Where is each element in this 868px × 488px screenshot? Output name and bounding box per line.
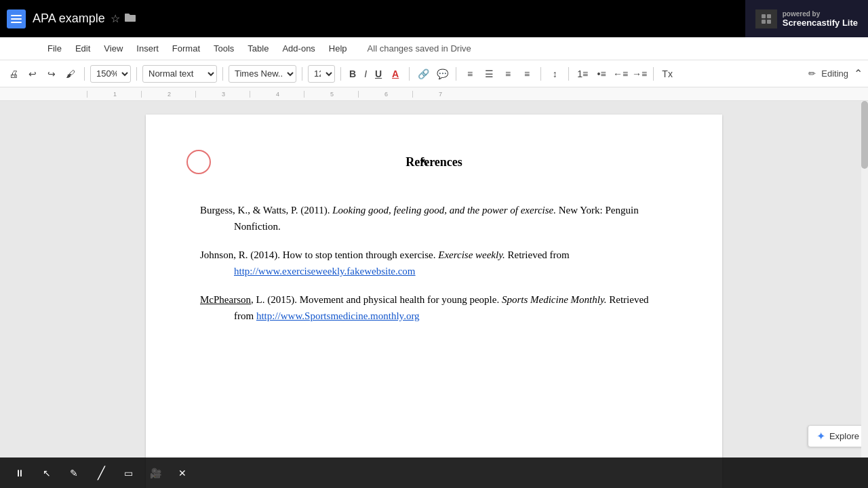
undo-btn[interactable]: ↩: [24, 66, 41, 82]
scrollbar[interactable]: [861, 101, 868, 458]
zoom-select[interactable]: 150% 100% 75%: [90, 65, 131, 83]
screencastify-logo: powered by Screencastify Lite: [745, 0, 868, 37]
close-btn[interactable]: ✕: [173, 464, 192, 483]
reference-1: Burgess, K., & Watts, P. (2011). Looking…: [200, 202, 668, 235]
text-color-btn[interactable]: A: [387, 66, 403, 82]
separator-3: [222, 67, 223, 81]
cursor-mode-btn[interactable]: ↖: [37, 464, 56, 483]
menu-tools[interactable]: Tools: [207, 41, 241, 56]
cursor-icon: ↖: [420, 157, 429, 168]
ref2-link[interactable]: http://www.exerciseweekly.fakewebsite.co…: [234, 266, 416, 277]
separator-6: [409, 67, 410, 81]
document-area: References ↖ Burgess, K., & Watts, P. (2…: [0, 101, 868, 488]
ruler-mark-5: 5: [304, 91, 358, 98]
document-page[interactable]: References ↖ Burgess, K., & Watts, P. (2…: [146, 115, 722, 488]
separator-7: [456, 67, 456, 81]
increase-indent-btn[interactable]: →≡: [631, 66, 648, 82]
separator-4: [302, 67, 302, 81]
font-select[interactable]: Times New... Arial: [229, 65, 296, 83]
separator-10: [653, 67, 654, 81]
menu-view[interactable]: View: [97, 41, 130, 56]
menu-icon: [11, 15, 22, 23]
font-size-select[interactable]: 12 11 14: [308, 65, 335, 83]
references-heading: References ↖: [200, 155, 668, 169]
align-center-btn[interactable]: ☰: [481, 66, 497, 82]
separator-8: [540, 67, 541, 81]
menu-edit[interactable]: Edit: [68, 41, 97, 56]
separator-2: [136, 67, 137, 81]
numbered-list-btn[interactable]: 1≡: [574, 66, 591, 82]
scrollbar-thumb[interactable]: [861, 101, 868, 169]
star-icon[interactable]: ☆: [111, 12, 120, 25]
underline-btn[interactable]: U: [372, 66, 384, 82]
pencil-icon: ✏: [808, 68, 816, 79]
recording-bar: ⏸ ↖ ✎ ╱ ▭ 🎥 ✕: [0, 458, 868, 488]
document-title[interactable]: APA example: [33, 12, 105, 26]
line-spacing-btn[interactable]: ↕: [547, 66, 563, 82]
editing-mode: ✏ Editing ⌃: [808, 67, 863, 80]
ruler-mark-3: 3: [195, 91, 250, 98]
align-left-btn[interactable]: ≡: [462, 66, 478, 82]
menu-file[interactable]: File: [41, 41, 68, 56]
comment-btn[interactable]: 💬: [434, 66, 450, 82]
ruler-mark-4: 4: [250, 91, 304, 98]
ruler: 1 2 3 4 5 6 7: [0, 87, 868, 101]
clear-format-btn[interactable]: Tx: [659, 66, 675, 82]
camera-btn[interactable]: 🎥: [146, 464, 165, 483]
ref2-italic: Exercise weekly.: [438, 249, 505, 260]
align-right-btn[interactable]: ≡: [500, 66, 516, 82]
paint-format-btn[interactable]: 🖌: [62, 66, 79, 82]
shape-btn[interactable]: ▭: [119, 464, 138, 483]
reference-3: McPhearson, L. (2015). Movement and phys…: [200, 291, 668, 324]
separator-1: [84, 67, 85, 81]
menu-addons[interactable]: Add-ons: [275, 41, 321, 56]
redo-btn[interactable]: ↪: [43, 66, 60, 82]
menu-insert[interactable]: Insert: [130, 41, 165, 56]
line-btn[interactable]: ╱: [92, 464, 111, 483]
ref3-underline: McPhearson: [200, 294, 251, 305]
link-btn[interactable]: 🔗: [415, 66, 431, 82]
menu-format[interactable]: Format: [165, 41, 207, 56]
save-status: All changes saved in Drive: [368, 43, 471, 54]
editing-label[interactable]: Editing: [821, 68, 848, 79]
app-icon[interactable]: [7, 9, 26, 28]
pause-btn[interactable]: ⏸: [10, 464, 29, 483]
align-justify-btn[interactable]: ≡: [519, 66, 535, 82]
ref3-link[interactable]: http://www.Sportsmedicine.monthly.org: [256, 310, 420, 321]
folder-icon[interactable]: [124, 12, 136, 26]
ruler-mark-1: 1: [87, 91, 141, 98]
powered-by-label: powered by: [783, 10, 858, 18]
screencastify-icon: [755, 9, 777, 28]
separator-9: [568, 67, 569, 81]
menu-bar: File Edit View Insert Format Tools Table…: [0, 37, 868, 60]
menu-table[interactable]: Table: [241, 41, 275, 56]
draw-btn[interactable]: ✎: [64, 464, 83, 483]
explore-star-icon: ✦: [816, 430, 825, 443]
bullet-list-btn[interactable]: •≡: [593, 66, 610, 82]
style-select[interactable]: Normal text Heading 1 Heading 2: [142, 65, 217, 83]
ref1-italic: Looking good, feeling good, and the powe…: [332, 205, 556, 216]
bold-btn[interactable]: B: [347, 66, 359, 82]
brand-name: Screencastify Lite: [783, 18, 858, 28]
reference-1-text: Burgess, K., & Watts, P. (2011). Looking…: [200, 202, 668, 235]
references-title-text: References: [406, 155, 462, 169]
ruler-mark-7: 7: [412, 91, 467, 98]
collapse-icon[interactable]: ⌃: [854, 67, 863, 80]
italic-btn[interactable]: I: [361, 66, 370, 82]
reference-3-text: McPhearson, L. (2015). Movement and phys…: [200, 291, 668, 324]
ruler-mark-6: 6: [358, 91, 412, 98]
explore-button[interactable]: ✦ Explore: [808, 425, 868, 447]
ruler-mark-2: 2: [141, 91, 195, 98]
cursor-circle: [186, 150, 211, 174]
top-bar: APA example ☆ powered by Screencastify L…: [0, 0, 868, 37]
separator-5: [340, 67, 341, 81]
reference-2: Johnson, R. (2014). How to stop tention …: [200, 247, 668, 279]
toolbar: 🖨 ↩ ↪ 🖌 150% 100% 75% Normal text Headin…: [0, 60, 868, 87]
reference-2-text: Johnson, R. (2014). How to stop tention …: [200, 247, 668, 263]
decrease-indent-btn[interactable]: ←≡: [612, 66, 629, 82]
ref3-italic: Sports Medicine Monthly.: [502, 294, 607, 305]
explore-label: Explore: [829, 431, 859, 441]
print-btn[interactable]: 🖨: [5, 66, 22, 82]
menu-help[interactable]: Help: [322, 41, 354, 56]
